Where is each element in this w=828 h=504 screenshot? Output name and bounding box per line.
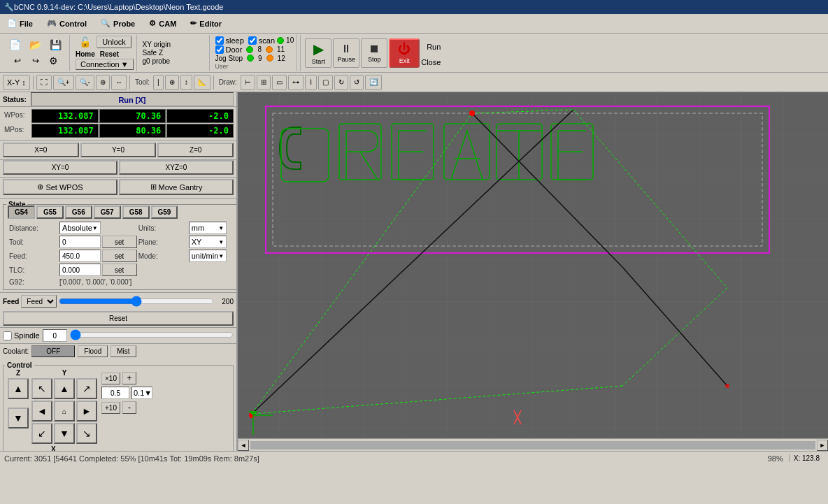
y-zero-button[interactable]: Y=0 [80, 143, 157, 157]
x-zero-button[interactable]: X=0 [3, 143, 79, 157]
horizontal-scrollbar[interactable]: ◄ ► [238, 438, 828, 451]
feed-dropdown[interactable]: Feed [21, 295, 57, 308]
xyz-zero-button[interactable]: XYZ=0 [119, 160, 234, 175]
step-value-input[interactable] [101, 387, 129, 399]
open-btn[interactable]: 📂 [26, 38, 45, 52]
wpos-x: 132.087 [31, 109, 99, 123]
door-check[interactable]: Door [215, 45, 243, 54]
tab-g57[interactable]: G57 [94, 206, 121, 219]
scroll-track[interactable] [250, 441, 815, 449]
move-view-btn[interactable]: ↔ [111, 75, 127, 90]
tool-btn2[interactable]: ⊕ [165, 75, 179, 90]
jog-ur-button[interactable]: ↗ [76, 378, 97, 399]
spindle-checkbox[interactable]: Spindle [3, 331, 40, 340]
menu-file[interactable]: 📄 File [0, 14, 40, 34]
scroll-left-arrow[interactable]: ◄ [238, 440, 249, 451]
menu-probe[interactable]: 🔍 Probe [94, 14, 142, 34]
select-btn[interactable]: ⊕ [96, 75, 110, 90]
step-minus-button[interactable]: - [122, 401, 136, 414]
step-plus-button[interactable]: + [122, 372, 136, 384]
tlo-input[interactable] [59, 264, 101, 276]
move-gantry-button[interactable]: ⊞ Move Gantry [119, 179, 234, 195]
exit-button[interactable]: ⏻ Exit [389, 38, 420, 68]
zoom-out-btn[interactable]: 🔍- [76, 75, 94, 90]
tool-set-button[interactable]: set [102, 236, 137, 248]
xy-view-dropdown[interactable]: X-Y ↕ [3, 75, 30, 90]
step-plus10-button[interactable]: +10 [101, 402, 120, 414]
jog-down-button[interactable]: ▼ [54, 423, 75, 444]
connection-dropdown[interactable]: Connection ▼ [76, 59, 134, 70]
step-unit-dropdown[interactable]: 0.1 ▼ [131, 387, 152, 399]
canvas-area[interactable]: ◄ ► [238, 92, 828, 451]
new-btn[interactable]: 📄 [6, 38, 24, 52]
feed-slider[interactable] [59, 296, 214, 307]
cursor-coords: X: 123.8 [789, 454, 824, 462]
units-dropdown[interactable]: mm ▼ [189, 222, 227, 234]
tlo-set-button[interactable]: set [102, 264, 137, 276]
draw-btn2[interactable]: ⊞ [257, 75, 271, 90]
tab-g55[interactable]: G55 [36, 206, 64, 219]
jog-up-button[interactable]: ▲ [54, 378, 75, 399]
pause-button[interactable]: ⏸ Pause [333, 38, 359, 68]
draw-btn3[interactable]: ▭ [272, 75, 287, 90]
menu-control[interactable]: 🎮 Control [40, 14, 94, 34]
spindle-value-input[interactable] [43, 329, 67, 342]
jog-dr-button[interactable]: ↘ [76, 423, 97, 444]
draw-btn7[interactable]: ↻ [334, 75, 348, 90]
draw-btn4[interactable]: ⊶ [288, 75, 304, 90]
tab-g59[interactable]: G59 [151, 206, 178, 219]
feed-input[interactable] [59, 250, 101, 262]
draw-btn5[interactable]: ⌇ [305, 75, 317, 90]
scroll-right-arrow[interactable]: ► [817, 440, 828, 451]
coolant-off-button[interactable]: OFF [31, 345, 75, 357]
zoom-in-btn[interactable]: 🔍+ [53, 75, 74, 90]
sleep-check[interactable]: sleep [215, 36, 244, 45]
jog-dl-button[interactable]: ↙ [31, 423, 52, 444]
feed-set-button[interactable]: set [102, 250, 137, 262]
start-button[interactable]: ▶ Start [305, 38, 331, 68]
n9-value: 9 [258, 55, 262, 62]
set-wpos-button[interactable]: ⊕ Set WPOS [3, 179, 117, 195]
draw-btn8[interactable]: ↺ [350, 75, 364, 90]
menu-cam[interactable]: ⚙ CAM [142, 14, 183, 34]
distance-dropdown[interactable]: Absolute ▼ [59, 222, 101, 234]
menubar: 📄 File 🎮 Control 🔍 Probe ⚙ CAM ✏ Editor [0, 14, 828, 34]
jog-home-button[interactable]: ⌂ [54, 401, 75, 422]
stop-button[interactable]: ⏹ Stop [361, 38, 387, 68]
jog-left-button[interactable]: ◄ [31, 401, 52, 422]
tab-g56[interactable]: G56 [65, 206, 92, 219]
spindle-slider[interactable] [70, 329, 234, 340]
step-x10-button[interactable]: ×10 [101, 373, 120, 384]
tool-btn3[interactable]: ↕ [180, 75, 192, 90]
scan-check[interactable]: scan [248, 36, 275, 45]
spindle-label: Spindle [14, 331, 40, 340]
xy-zero-button[interactable]: XY=0 [3, 160, 117, 175]
jog-ul-button[interactable]: ↖ [31, 378, 52, 399]
jog-z-section: Z ▲ ▼ [8, 369, 29, 451]
draw-btn9[interactable]: 🔄 [365, 75, 382, 90]
mist-button[interactable]: Mist [110, 345, 136, 357]
tool-btn1[interactable]: | [153, 75, 164, 90]
zoom-fit-btn[interactable]: ⛶ [36, 75, 52, 90]
tab-g58[interactable]: G58 [122, 206, 150, 219]
redo-btn[interactable]: ↪ [27, 54, 44, 68]
settings-toolbar-btn[interactable]: ⚙ [45, 54, 62, 68]
save-btn[interactable]: 💾 [46, 38, 65, 52]
menu-editor[interactable]: ✏ Editor [183, 14, 229, 34]
z-down-button[interactable]: ▼ [8, 408, 29, 429]
undo-btn[interactable]: ↩ [9, 54, 26, 68]
unlock-button[interactable]: Unlock [97, 36, 131, 48]
tab-g54[interactable]: G54 [8, 206, 35, 219]
z-up-button[interactable]: ▲ [8, 378, 29, 399]
jog-right-button[interactable]: ► [76, 401, 97, 422]
tool-btn4[interactable]: 📐 [194, 75, 210, 90]
reset-button[interactable]: Reset [3, 311, 234, 326]
mode-dropdown[interactable]: unit/min ▼ [189, 250, 227, 262]
plane-dropdown[interactable]: XY ▼ [189, 236, 227, 248]
draw-btn6[interactable]: ▢ [318, 75, 333, 90]
flood-button[interactable]: Flood [78, 345, 108, 357]
z-zero-button[interactable]: Z=0 [157, 143, 234, 157]
svg-rect-0 [238, 92, 828, 451]
draw-btn1[interactable]: ⊢ [241, 75, 255, 90]
tool-input[interactable] [59, 236, 101, 248]
